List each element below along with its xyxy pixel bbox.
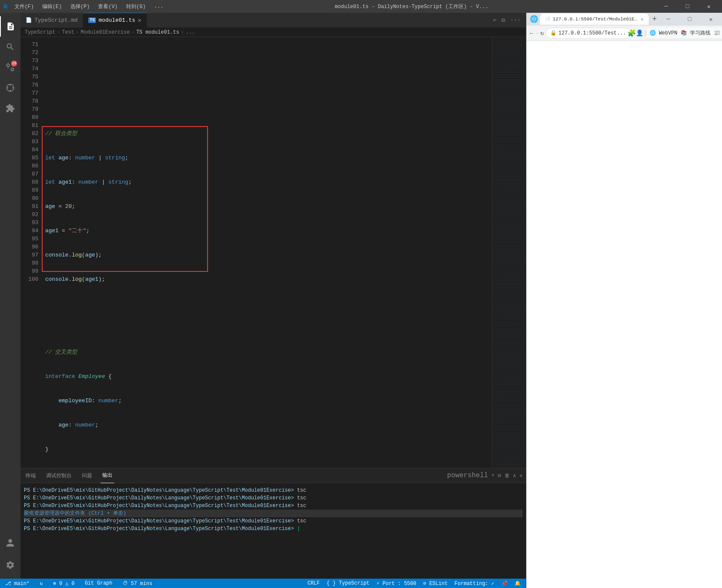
- code-line-78: console.log(age);: [45, 251, 492, 259]
- bc-test[interactable]: Test: [62, 29, 74, 35]
- terminal-line-4: 聚焦资源管理器中的文件夹 (Ctrl + 单击): [24, 510, 523, 517]
- menu-view[interactable]: 查看(V): [95, 0, 121, 13]
- panel-actions: powershell + ⊟ 🗑 ∧ ✕: [447, 472, 523, 479]
- titlebar-controls: ─ □ ✕: [656, 0, 719, 13]
- highlight-box: [42, 126, 208, 272]
- bookmarks-bar: 🌐 WebVPN 📚 学习路线 📰 中文独立博客 🔧 实用 ▶ 📁 其他收藏夹: [646, 27, 722, 39]
- window-restore[interactable]: □: [678, 0, 697, 13]
- menu-edit[interactable]: 编辑(E): [39, 0, 65, 13]
- panel-maximize[interactable]: ∧: [513, 473, 516, 479]
- status-time[interactable]: ⏱ 57 mins: [121, 580, 154, 587]
- terminal-content[interactable]: PS E:\OneDriveE5\mix\GitHubProject\Daily…: [20, 483, 526, 579]
- bc-dots[interactable]: ...: [186, 29, 195, 35]
- activity-debug[interactable]: [0, 78, 20, 98]
- code-line-84: employeeID: number;: [45, 397, 492, 405]
- tab-split[interactable]: ⊟: [500, 16, 506, 25]
- browser-tab-close[interactable]: ✕: [641, 16, 644, 23]
- bookmark-learning[interactable]: 📚 学习路线: [681, 29, 710, 37]
- bookmark-blog[interactable]: 📰 中文独立博客: [714, 29, 722, 37]
- browser-minimize[interactable]: ─: [658, 13, 678, 26]
- browser-back[interactable]: ←: [530, 27, 533, 39]
- code-line-71: [45, 81, 492, 89]
- panel-tab-problems[interactable]: 问题: [80, 468, 94, 483]
- activity-settings[interactable]: [0, 555, 20, 575]
- code-line-81: [45, 324, 492, 332]
- minimap[interactable]: [492, 37, 526, 468]
- activity-explorer[interactable]: [0, 16, 20, 37]
- code-line-82: // 交叉类型: [45, 348, 492, 356]
- browser-forward[interactable]: →: [535, 27, 538, 39]
- vscode-logo: ≋: [3, 2, 8, 11]
- browser-active-tab[interactable]: 📄 127.0.0.1:5500/Test/Module01Ex... ✕: [540, 14, 649, 25]
- activity-account[interactable]: [0, 533, 20, 553]
- panel-tab-terminal[interactable]: 终端: [24, 468, 38, 483]
- browser-window-controls: 🌐: [530, 15, 538, 23]
- code-line-73: // 联合类型: [45, 130, 492, 138]
- browser-extensions[interactable]: 🧩 👤 ⋮: [632, 27, 644, 39]
- panel-shell-label: powershell: [447, 472, 488, 479]
- editor-main: 71 72 73 74 75 76 77 78 79 80 81: [20, 37, 526, 468]
- address-bar[interactable]: 🔒 127.0.0.1:5500/Test...: [546, 28, 630, 39]
- panel-split-terminal[interactable]: ⊟: [498, 473, 501, 479]
- tab-history[interactable]: ↶: [491, 16, 498, 25]
- source-control-badge: 10: [11, 61, 17, 66]
- window-close[interactable]: ✕: [699, 0, 719, 13]
- bc-module01ts[interactable]: TS module01.ts: [136, 29, 179, 35]
- activity-bar-bottom: [0, 533, 20, 575]
- lock-icon: 🔒: [550, 30, 557, 36]
- browser-window-btns: ─ □ ✕: [658, 13, 721, 26]
- menu-goto[interactable]: 转到(G): [123, 0, 149, 13]
- tab-ts-close[interactable]: ✕: [138, 17, 141, 24]
- activity-source-control[interactable]: 10: [0, 57, 20, 78]
- status-sync[interactable]: ↻: [38, 580, 44, 587]
- tab-overflow[interactable]: ···: [508, 16, 523, 25]
- panel-tab-output[interactable]: 输出: [101, 468, 114, 483]
- activity-bar: 10: [0, 13, 20, 579]
- status-eslint[interactable]: ⊘ ESLint: [422, 580, 450, 587]
- status-lang[interactable]: { } TypeScript: [325, 580, 371, 587]
- status-formatting[interactable]: Formatting: ✓: [453, 580, 496, 587]
- status-pin[interactable]: 📌: [500, 580, 509, 587]
- status-port[interactable]: ⚡ Port : 5500: [375, 580, 418, 587]
- terminal-line-2: PS E:\OneDriveE5\mix\GitHubProject\Daily…: [24, 494, 523, 502]
- status-branch[interactable]: ⎇ main*: [3, 580, 31, 587]
- browser-restore[interactable]: □: [680, 13, 699, 26]
- window-minimize[interactable]: ─: [656, 0, 676, 13]
- activity-extensions[interactable]: [0, 98, 20, 118]
- code-line-86: }: [45, 445, 492, 453]
- status-errors[interactable]: ⊗ 0 △ 0: [51, 580, 76, 587]
- panel-close[interactable]: ✕: [520, 473, 523, 479]
- tab-bar: 📄 TypeScript.md TS module01.ts ✕ ↶ ⊟ ···: [20, 13, 526, 28]
- panel-tab-debug[interactable]: 调试控制台: [44, 468, 73, 483]
- browser-icon: 🌐: [530, 15, 538, 23]
- tab-module01-ts[interactable]: TS module01.ts ✕: [83, 13, 147, 28]
- code-line-74: let age: number | string;: [45, 154, 492, 162]
- browser-profile[interactable]: 👤: [636, 27, 643, 39]
- bookmark-webvpn[interactable]: 🌐 WebVPN: [650, 30, 677, 36]
- status-bell[interactable]: 🔔: [513, 580, 523, 587]
- bc-module01exercise[interactable]: Module01Exercise: [81, 29, 130, 35]
- panel-new-terminal[interactable]: +: [491, 473, 494, 478]
- menu-more[interactable]: ...: [151, 0, 167, 13]
- menu-file[interactable]: 文件(F): [11, 0, 38, 13]
- breadcrumb: TypeScript › Test › Module01Exercise › T…: [20, 28, 526, 37]
- bc-typescript[interactable]: TypeScript: [25, 29, 55, 35]
- panel-delete-terminal[interactable]: 🗑: [505, 473, 510, 479]
- browser-new-tab[interactable]: +: [652, 15, 657, 23]
- menu-select[interactable]: 选择(P): [67, 0, 93, 13]
- vscode-titlebar: ≋ 文件(F) 编辑(E) 选择(P) 查看(V) 转到(G) ... modu…: [0, 0, 722, 13]
- status-crlf[interactable]: CRLF: [306, 580, 321, 587]
- activity-search[interactable]: [0, 37, 20, 57]
- browser-tab-title: 127.0.0.1:5500/Test/Module01Ex...: [553, 17, 638, 22]
- code-line-76: age = 20;: [45, 202, 492, 210]
- browser-close[interactable]: ✕: [701, 13, 721, 26]
- browser-reload[interactable]: ↻: [540, 27, 544, 39]
- code-line-72: [45, 105, 492, 113]
- browser-tab-favicon: 📄: [545, 17, 550, 22]
- status-bar: ⎇ main* ↻ ⊗ 0 △ 0 Git Graph ⏱ 57 mins CR…: [0, 579, 526, 588]
- terminal-line-1: PS E:\OneDriveE5\mix\GitHubProject\Daily…: [24, 487, 523, 494]
- tab-typescript-md[interactable]: 📄 TypeScript.md: [20, 13, 83, 28]
- code-content[interactable]: // 联合类型 let age: number | string; let ag…: [42, 37, 492, 468]
- code-line-80: [45, 300, 492, 308]
- status-git-graph[interactable]: Git Graph: [83, 580, 114, 586]
